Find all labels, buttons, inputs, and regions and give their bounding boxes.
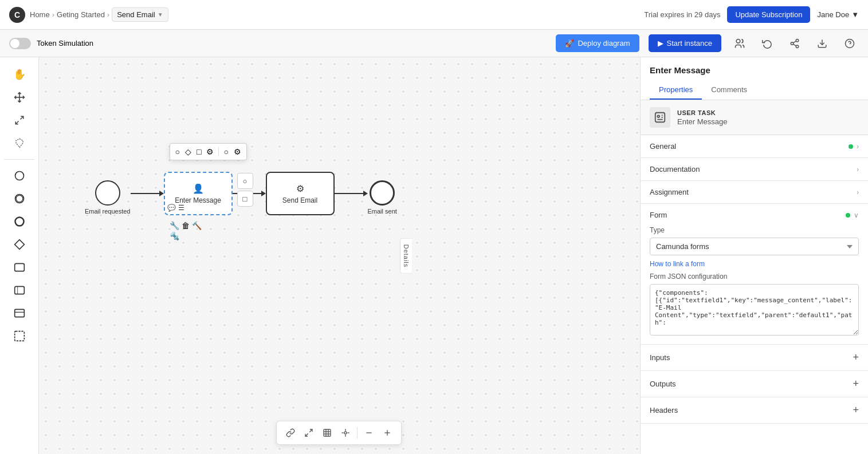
- deploy-diagram-button[interactable]: 🚀 Deploy diagram: [556, 34, 639, 52]
- user-task-icon: 👤: [193, 183, 204, 194]
- outputs-section[interactable]: Outputs +: [641, 371, 868, 397]
- connection-1: [131, 191, 164, 196]
- documentation-label: Documentation: [650, 165, 700, 173]
- documentation-section[interactable]: Documentation ›: [641, 158, 868, 181]
- trial-text: Trial expires in 29 days: [644, 10, 720, 19]
- how-to-link-form-link[interactable]: How to link a form: [650, 260, 859, 268]
- picker-gear2[interactable]: ⚙: [232, 146, 243, 157]
- task-tool-button[interactable]: [7, 257, 32, 278]
- wrench-icon[interactable]: 🔧: [170, 221, 179, 230]
- headers-label: Headers: [650, 406, 678, 414]
- link-tool-button[interactable]: [282, 425, 299, 441]
- user-menu[interactable]: Jane Doe ▼: [817, 10, 859, 19]
- form-type-select[interactable]: Camunda forms External None: [650, 238, 859, 255]
- json-config-label: Form JSON configuration: [650, 273, 859, 281]
- expand-tool-button[interactable]: [301, 425, 317, 441]
- send-email-task-icon: ⚙: [296, 183, 304, 194]
- headers-section[interactable]: Headers +: [641, 397, 868, 424]
- start-event[interactable]: [95, 180, 120, 206]
- breadcrumb-parent[interactable]: Geting Started: [57, 10, 105, 19]
- annotation-tool-button[interactable]: [7, 326, 32, 346]
- append-square[interactable]: □: [237, 191, 253, 207]
- svg-point-13: [15, 172, 23, 180]
- task-tool-row1: 🔧 🗑 🔨: [170, 221, 202, 230]
- picker-circle2[interactable]: ○: [222, 146, 230, 157]
- picker-diamond[interactable]: ◇: [183, 146, 193, 157]
- bottom-toolbar-sep: [357, 427, 358, 439]
- task-type-label: USER TASK: [677, 109, 727, 116]
- subprocess-tool-button[interactable]: [7, 280, 32, 301]
- hammer-icon[interactable]: 🔨: [192, 221, 202, 230]
- breadcrumb-current[interactable]: Send Email ▼: [112, 7, 168, 22]
- picker-square[interactable]: □: [195, 146, 203, 157]
- task-info-icon: [650, 107, 670, 128]
- send-email-label: Send Email: [282, 196, 317, 204]
- connection-3: [335, 191, 368, 196]
- svg-line-25: [305, 433, 308, 436]
- svg-point-1: [796, 39, 799, 42]
- gateway-tool-button[interactable]: [7, 234, 32, 255]
- form-json-textarea[interactable]: {"components": [{"id":"textfield1","key"…: [650, 284, 859, 335]
- topbar-left: C Home › Geting Started › Send Email ▼: [9, 7, 168, 23]
- tab-comments[interactable]: Comments: [702, 81, 756, 100]
- inputs-plus-icon[interactable]: +: [853, 352, 859, 364]
- start-event-label: Email requested: [85, 208, 131, 215]
- tab-properties[interactable]: Properties: [650, 81, 702, 100]
- end-event-button[interactable]: [7, 211, 32, 232]
- bpmn-diagram: Email requested ○ ◇ □ ⚙ ○ ⚙: [85, 172, 397, 223]
- screwdriver-icon[interactable]: 🔩: [170, 231, 179, 240]
- event-tool-button[interactable]: [7, 165, 32, 186]
- help-button[interactable]: [840, 34, 859, 53]
- inputs-section[interactable]: Inputs +: [641, 345, 868, 371]
- panel-header: Enter Message Properties Comments: [641, 57, 868, 100]
- share-button[interactable]: [785, 34, 804, 53]
- picker-gear[interactable]: ⚙: [205, 146, 215, 157]
- general-section[interactable]: General ›: [641, 135, 868, 158]
- update-subscription-button[interactable]: Update Subscription: [727, 6, 810, 23]
- resize-tool-button[interactable]: [7, 110, 32, 131]
- canvas[interactable]: Email requested ○ ◇ □ ⚙ ○ ⚙: [39, 57, 640, 454]
- task-tool-row2: 🔩: [170, 231, 202, 240]
- svg-rect-21: [14, 309, 24, 317]
- download-button[interactable]: [813, 34, 831, 53]
- move-tool-button[interactable]: [7, 87, 32, 108]
- breadcrumb-home[interactable]: Home: [30, 10, 50, 19]
- details-toggle[interactable]: Details: [400, 238, 412, 274]
- history-button[interactable]: [758, 34, 776, 53]
- documentation-chevron-icon: ›: [857, 165, 859, 173]
- center-button[interactable]: [337, 425, 354, 441]
- intermediate-event-button[interactable]: [7, 188, 32, 209]
- arrow-head-3: [363, 191, 368, 196]
- form-section-header[interactable]: Form ∨: [641, 204, 868, 226]
- bottom-toolbar: [276, 421, 402, 445]
- svg-point-2: [791, 42, 794, 45]
- trash-icon[interactable]: 🗑: [182, 221, 190, 230]
- end-event[interactable]: [370, 180, 395, 206]
- start-btn-label: Start instance: [667, 39, 713, 48]
- topbar-right: Trial expires in 29 days Update Subscrip…: [644, 6, 859, 23]
- minimap-button[interactable]: [319, 425, 335, 441]
- outputs-plus-icon[interactable]: +: [853, 378, 859, 390]
- hand-tool-button[interactable]: ✋: [7, 64, 32, 85]
- zoom-out-button[interactable]: [361, 425, 377, 441]
- start-instance-button[interactable]: ▶ Start instance: [649, 34, 722, 52]
- lasso-tool-button[interactable]: [7, 133, 32, 153]
- svg-point-3: [796, 45, 799, 48]
- headers-plus-icon[interactable]: +: [853, 404, 859, 416]
- picker-circle[interactable]: ○: [174, 146, 182, 157]
- send-email-task[interactable]: ⚙ Send Email: [266, 172, 335, 215]
- zoom-in-button[interactable]: [379, 425, 395, 441]
- comment-decorator-icon: 💬: [167, 204, 176, 212]
- append-circle[interactable]: ○: [237, 173, 253, 189]
- documentation-actions: ›: [857, 165, 859, 173]
- end-event-group: Email sent: [368, 180, 397, 215]
- end-event-label: Email sent: [368, 208, 397, 215]
- enter-message-task[interactable]: 👤 Enter Message ○ □ 💬 ☰: [164, 172, 233, 215]
- assignment-section[interactable]: Assignment ›: [641, 181, 868, 204]
- token-simulation-toggle[interactable]: [9, 38, 31, 49]
- connection-line-1: [131, 193, 159, 194]
- collaborators-button[interactable]: [730, 34, 749, 53]
- pool-tool-button[interactable]: [7, 303, 32, 323]
- svg-point-31: [344, 432, 347, 434]
- form-section-body: Type Camunda forms External None How to …: [641, 226, 868, 344]
